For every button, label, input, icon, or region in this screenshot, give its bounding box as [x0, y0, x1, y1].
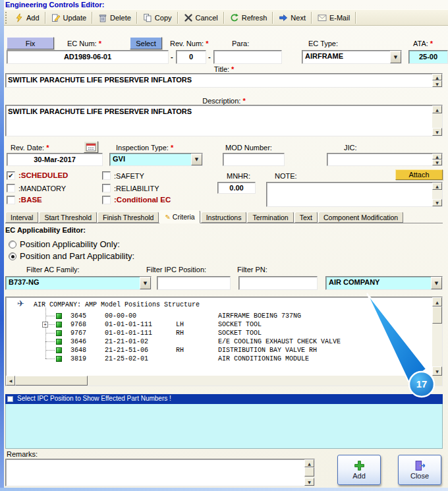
mnhr-field[interactable]: 0.00 — [217, 182, 256, 194]
select-button[interactable]: Select — [130, 37, 162, 49]
tab-finish-threshold[interactable]: Finish Threshold — [98, 212, 159, 223]
dropdown-arrow-icon[interactable]: ▼ — [191, 154, 202, 165]
toolbar-copy-button[interactable]: Copy — [139, 11, 176, 24]
description-scrollbar[interactable]: ▲ ▼ — [432, 105, 442, 136]
title-field-scrollbar[interactable]: ▲ ▼ — [432, 74, 442, 87]
toolbar-email-button[interactable]: E-Mail — [314, 11, 354, 24]
tree-connector-stub — [45, 350, 55, 351]
rev-date-field[interactable]: 30-Mar-2017 — [7, 153, 103, 166]
ipc-bar-label: Select IPC Position to Show Effected Par… — [17, 395, 171, 402]
add-button[interactable]: Add — [337, 455, 381, 485]
position-only-radio[interactable] — [9, 241, 16, 248]
toolbar-next-button[interactable]: Next — [275, 11, 310, 24]
company-select[interactable]: AIR COMPANY ▼ — [325, 276, 443, 290]
dropdown-arrow-icon[interactable]: ▼ — [140, 277, 151, 289]
inspection-type-select[interactable]: GVI ▼ — [109, 153, 203, 166]
tab-criteria[interactable]: ✎Criteria — [159, 210, 200, 223]
scroll-left-icon[interactable]: ◀ — [6, 376, 15, 386]
reliability-checkbox[interactable] — [102, 184, 111, 192]
tab-termination[interactable]: Termination — [247, 212, 293, 223]
tab-start-threshold[interactable]: Start Threshold — [39, 212, 97, 223]
tab-component-modification[interactable]: Component Modification — [318, 212, 403, 223]
scroll-up-icon[interactable]: ▲ — [432, 74, 442, 80]
ata-field[interactable]: 25-00 — [408, 50, 448, 64]
scroll-down-icon[interactable]: ▼ — [432, 128, 442, 136]
toolbar-separator — [223, 12, 225, 24]
toolbar-delete-button[interactable]: Delete — [94, 11, 135, 24]
scroll-down-icon[interactable]: ▼ — [432, 366, 442, 376]
toolbar-cancel-button[interactable]: Cancel — [180, 11, 222, 24]
tree-row[interactable]: 976701-01-01-111RHSOCKET TOOL — [6, 329, 431, 337]
toolbar-separator — [45, 12, 46, 24]
scheduled-checkbox[interactable]: ✔ — [7, 171, 15, 180]
title-field[interactable]: SWITLIK PARACHUTE LIFE PRESERVER INFLATO… — [5, 73, 443, 88]
filter-ac-family-select[interactable]: B737-NG ▼ — [5, 276, 152, 290]
scroll-down-icon[interactable]: ▼ — [304, 478, 314, 486]
tab-interval[interactable]: Interval — [5, 212, 38, 223]
scroll-up-icon[interactable]: ▲ — [304, 459, 314, 467]
scroll-up-icon[interactable]: ▲ — [432, 183, 442, 190]
scrollbar-thumb[interactable] — [304, 467, 314, 477]
ec-num-value: AD1989-06-01 — [7, 51, 168, 63]
dropdown-arrow-icon[interactable]: ▼ — [431, 277, 442, 289]
tree-row[interactable]: 364621-21-01-02E/E COOLING EXHAUST CHECK… — [6, 337, 431, 346]
toolbar-separator — [177, 12, 179, 24]
note-scrollbar[interactable]: ▲ ▼ — [432, 183, 442, 206]
required-asterisk: * — [206, 40, 208, 47]
tree-horizontal-scrollbar[interactable]: ◀ ▶ — [6, 376, 432, 386]
scroll-up-icon[interactable]: ▲ — [432, 154, 442, 159]
scroll-up-icon[interactable]: ▲ — [432, 297, 442, 306]
toolbar-separator — [92, 12, 93, 24]
tree-row[interactable]: 364500-00-00AIRFRAME BOEING 737NG — [6, 312, 431, 320]
description-field[interactable]: SWITLIK PARACHUTE LIFE PRESERVER INFLATO… — [5, 105, 443, 136]
trash-icon — [98, 13, 107, 22]
close-button[interactable]: Close — [398, 455, 441, 485]
tree-row[interactable]: 381921-25-02-01AIR CONDITIONING MODULE — [6, 355, 431, 363]
note-field[interactable]: ▲ ▼ — [266, 182, 443, 207]
tab-text[interactable]: Text — [294, 212, 318, 223]
tab-label: Interval — [11, 214, 33, 221]
rev-num-field[interactable]: 0 — [176, 50, 206, 64]
remarks-scrollbar[interactable]: ▲ ▼ — [304, 459, 314, 486]
tree-expand-button[interactable]: + — [42, 322, 48, 328]
ec-num-field[interactable]: AD1989-06-01 — [7, 50, 169, 64]
attach-button[interactable]: Attach — [395, 169, 443, 180]
scroll-down-icon[interactable]: ▼ — [432, 159, 442, 165]
mandatory-checkbox[interactable] — [7, 184, 15, 192]
tab-instructions[interactable]: Instructions — [201, 212, 247, 223]
mod-number-field[interactable] — [223, 153, 285, 166]
scrollbar-thumb[interactable] — [15, 376, 88, 386]
scroll-right-icon[interactable]: ▶ — [423, 376, 432, 386]
fix-button[interactable]: Fix — [7, 37, 54, 49]
toolbar-update-label: Update — [63, 14, 86, 22]
calendar-button[interactable] — [84, 141, 98, 153]
tree-vertical-scrollbar[interactable]: ▲ ▼ — [432, 297, 442, 376]
conditional-ec-checkbox[interactable] — [102, 196, 111, 204]
toolbar-refresh-button[interactable]: Refresh — [226, 11, 271, 24]
scroll-up-icon[interactable]: ▲ — [432, 105, 442, 113]
required-asterisk: * — [99, 40, 101, 47]
toolbar-grip[interactable] — [5, 12, 7, 24]
tab-bar: IntervalStart ThresholdFinish Threshold✎… — [5, 210, 443, 223]
jic-field-scrollbar[interactable]: ▲ ▼ — [432, 154, 442, 165]
scroll-down-icon[interactable]: ▼ — [432, 80, 442, 87]
filter-ipc-position-field[interactable] — [157, 276, 231, 290]
toolbar-add-button[interactable]: Add — [11, 11, 43, 24]
toolbar-update-button[interactable]: Update — [47, 11, 90, 24]
dropdown-arrow-icon[interactable]: ▼ — [390, 51, 401, 63]
filter-pn-field[interactable] — [238, 276, 318, 290]
jic-field[interactable]: ▲ ▼ — [327, 153, 443, 166]
ipc-bar-checkbox[interactable] — [7, 396, 13, 402]
position-and-part-radio[interactable] — [9, 252, 16, 260]
ec-type-select[interactable]: AIRFRAME ▼ — [302, 50, 402, 64]
tree-row[interactable]: 364821-21-51-06RHDISTRIBUTION BAY VALVE … — [6, 346, 431, 355]
remarks-field[interactable]: ▲ ▼ — [5, 459, 315, 486]
tree-row[interactable]: +976801-01-01-111LHSOCKET TOOL — [6, 320, 431, 329]
scroll-down-icon[interactable]: ▼ — [432, 199, 442, 206]
para-field[interactable] — [213, 50, 282, 64]
safety-checkbox[interactable] — [102, 171, 111, 180]
base-checkbox[interactable] — [7, 196, 15, 204]
toolbar-copy-label: Copy — [155, 14, 172, 22]
scrollbar-thumb[interactable] — [432, 306, 442, 324]
tree-item-description: DISTRIBUTION BAY VALVE RH — [218, 347, 317, 355]
